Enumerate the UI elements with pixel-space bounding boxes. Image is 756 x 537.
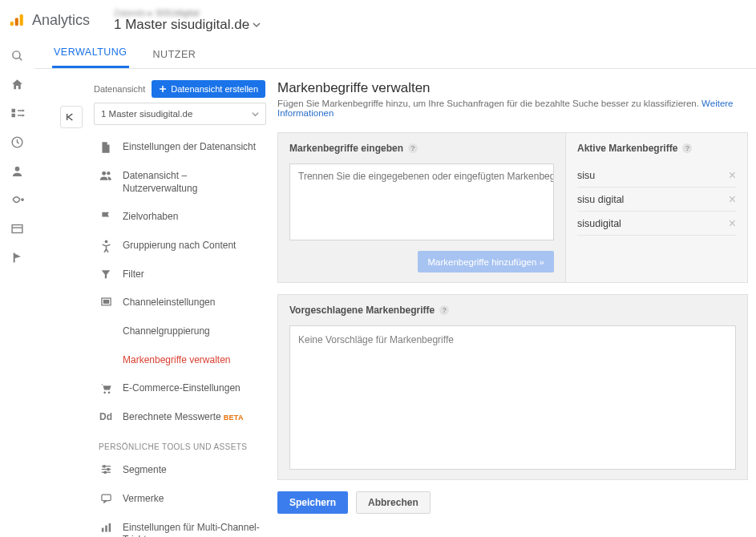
remove-term-icon[interactable]: ×	[729, 168, 736, 183]
speech-icon	[99, 493, 113, 504]
breadcrumb[interactable]: Zalando ▸ SISUdigital 1 Master sisudigit…	[114, 8, 261, 33]
plus-icon	[159, 85, 167, 93]
svg-point-12	[102, 172, 106, 176]
submenu-brand-terms[interactable]: Markenbegriffe verwalten	[94, 346, 266, 375]
help-icon[interactable]: ?	[408, 143, 418, 153]
menu-calculated-metrics[interactable]: Dd Berechnete MesswerteBETA	[94, 403, 266, 432]
menu-view-settings[interactable]: Einstellungen der Datenansicht	[94, 133, 266, 162]
svg-rect-25	[101, 495, 110, 501]
search-icon[interactable]	[10, 48, 25, 63]
view-column-label: Datenansicht	[94, 84, 145, 94]
svg-rect-26	[101, 527, 103, 531]
acquisition-icon[interactable]	[10, 192, 25, 207]
menu-label: Channelgruppierung	[123, 325, 210, 338]
behavior-icon[interactable]	[10, 221, 25, 236]
person-arms-icon	[99, 240, 113, 252]
menu-annotations[interactable]: Vermerke	[94, 485, 266, 514]
analytics-logo-icon	[8, 11, 26, 29]
help-icon[interactable]: ?	[439, 305, 449, 315]
svg-point-18	[108, 392, 111, 394]
term-row: sisu digital ×	[577, 188, 736, 212]
collapse-column-button[interactable]	[60, 106, 83, 128]
caret-down-icon	[253, 21, 261, 29]
svg-rect-6	[11, 114, 15, 118]
suggestions-empty-text: Keine Vorschläge für Markenbegriffe	[298, 334, 454, 345]
svg-point-22	[103, 466, 105, 468]
menu-goals[interactable]: Zielvorhaben	[94, 203, 266, 232]
svg-point-17	[103, 392, 106, 394]
add-terms-button[interactable]: Markenbegriffe hinzufügen »	[418, 251, 554, 273]
svg-rect-16	[103, 301, 108, 304]
menu-label: E-Commerce-Einstellungen	[123, 382, 241, 395]
view-menu: Einstellungen der Datenansicht Datenansi…	[94, 133, 266, 537]
term-row: sisudigital ×	[577, 212, 736, 236]
view-selector[interactable]: 1 Master sisudigital.de	[94, 103, 266, 125]
caret-down-icon	[252, 111, 259, 118]
view-name: 1 Master sisudigital.de	[114, 18, 249, 33]
create-view-button[interactable]: Datenansicht erstellen	[152, 80, 265, 98]
svg-rect-0	[10, 22, 14, 26]
menu-segments[interactable]: Segmente	[94, 456, 266, 485]
funnel-icon	[99, 268, 113, 280]
svg-point-23	[107, 469, 109, 471]
menu-filter[interactable]: Filter	[94, 260, 266, 289]
svg-rect-27	[105, 525, 107, 531]
conversions-icon[interactable]	[10, 250, 25, 264]
brand-terms-input[interactable]	[289, 164, 554, 240]
menu-mcf-settings[interactable]: Einstellungen für Multi-Channel-Trichter	[94, 514, 266, 537]
menu-channel-settings[interactable]: Channeleinstellungen	[94, 289, 266, 317]
menu-section-header: PERSÖNLICHE TOOLS UND ASSETS	[94, 431, 266, 456]
input-panel: Markenbegriffe eingeben ? Markenbegriffe…	[278, 133, 566, 282]
suggestions-panel: Vorgeschlagene Markenbegriffe ? Keine Vo…	[278, 295, 747, 479]
svg-point-8	[15, 166, 20, 171]
breadcrumb-property: SISUdigital	[156, 8, 199, 18]
menu-content-grouping[interactable]: Gruppierung nach Content	[94, 232, 266, 260]
home-icon[interactable]	[10, 77, 25, 91]
menu-label: Segmente	[123, 464, 167, 477]
remove-term-icon[interactable]: ×	[729, 192, 736, 207]
people-icon	[99, 170, 113, 181]
menu-ecommerce[interactable]: E-Commerce-Einstellungen	[94, 374, 266, 403]
menu-label: Markenbegriffe verwalten	[123, 354, 231, 367]
svg-rect-10	[12, 224, 22, 232]
customization-icon[interactable]	[10, 106, 25, 120]
flag-icon	[99, 211, 113, 223]
audience-icon[interactable]	[10, 164, 25, 178]
cancel-button[interactable]: Abbrechen	[356, 491, 431, 514]
document-icon	[99, 141, 113, 154]
content-area: Markenbegriffe verwalten Fügen Sie Marke…	[266, 80, 756, 537]
menu-label: Gruppierung nach Content	[123, 240, 236, 252]
product-name: Analytics	[32, 12, 90, 29]
view-column: Datenansicht Datenansicht erstellen 1 Ma…	[94, 80, 266, 537]
term-text: sisudigital	[577, 218, 621, 229]
admin-tabs: VERWALTUNG NUTZER	[34, 38, 756, 69]
bars-icon	[99, 522, 113, 533]
menu-label: Berechnete Messwerte	[123, 411, 221, 422]
active-terms-panel: Aktive Markenbegriffe ? sisu × sisu digi…	[566, 133, 747, 282]
channel-icon	[99, 297, 113, 308]
svg-point-9	[21, 199, 22, 200]
svg-point-14	[104, 240, 107, 243]
app-header: Analytics Zalando ▸ SISUdigital 1 Master…	[0, 0, 756, 38]
help-icon[interactable]: ?	[682, 143, 692, 153]
tab-users[interactable]: NUTZER	[152, 49, 198, 68]
save-button[interactable]: Speichern	[277, 491, 348, 514]
page-title: Markenbegriffe verwalten	[277, 80, 748, 96]
realtime-icon[interactable]	[10, 135, 25, 149]
tab-admin[interactable]: VERWALTUNG	[52, 46, 129, 68]
view-selector-value: 1 Master sisudigital.de	[101, 109, 192, 119]
svg-point-3	[13, 50, 20, 58]
menu-label: Einstellungen der Datenansicht	[123, 141, 256, 154]
svg-rect-2	[20, 14, 23, 26]
menu-user-management[interactable]: Datenansicht – Nutzerverwaltung	[94, 162, 266, 203]
page-description: Fügen Sie Markenbegriffe hinzu, um Ihre …	[277, 99, 699, 108]
menu-label: Zielvorhaben	[123, 211, 178, 224]
cart-icon	[99, 382, 113, 394]
beta-badge: BETA	[224, 414, 244, 422]
menu-label: Filter	[123, 268, 144, 281]
submenu-channel-grouping[interactable]: Channelgruppierung	[94, 317, 266, 346]
suggestions-title: Vorgeschlagene Markenbegriffe	[289, 305, 435, 316]
svg-line-4	[19, 57, 22, 59]
menu-label: Channeleinstellungen	[123, 297, 215, 309]
remove-term-icon[interactable]: ×	[729, 216, 736, 231]
